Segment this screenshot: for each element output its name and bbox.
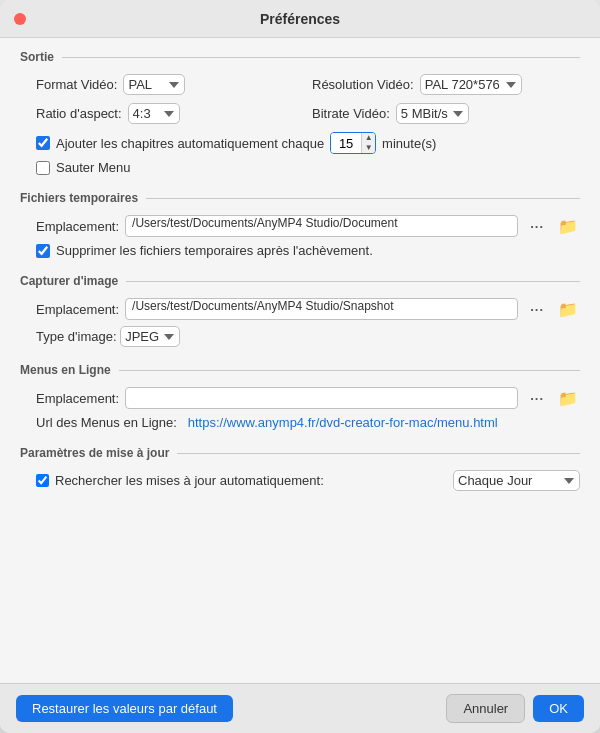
ratio-label: Ratio d'aspect: bbox=[36, 106, 122, 121]
section-updates-header: Paramètres de mise à jour bbox=[20, 446, 580, 460]
section-temp: Fichiers temporaires Emplacement: /Users… bbox=[20, 191, 580, 258]
section-online-menus: Menus en Ligne Emplacement: ··· 📁 Url de… bbox=[20, 363, 580, 430]
ratio-col: Ratio d'aspect: 4:3 16:9 bbox=[36, 103, 304, 124]
ratio-bitrate-row: Ratio d'aspect: 4:3 16:9 Bitrate Vidéo: … bbox=[20, 103, 580, 124]
url-row: Url des Menus en Ligne: https://www.anym… bbox=[20, 415, 580, 430]
section-capture-line bbox=[126, 281, 580, 282]
online-location-row: Emplacement: ··· 📁 bbox=[20, 387, 580, 409]
section-updates-title: Paramètres de mise à jour bbox=[20, 446, 169, 460]
auto-chapter-label: Ajouter les chapitres automatiquement ch… bbox=[56, 136, 324, 151]
image-type-label: Type d'image: bbox=[36, 329, 117, 344]
window-title: Préférences bbox=[260, 11, 340, 27]
section-temp-title: Fichiers temporaires bbox=[20, 191, 138, 205]
format-video-col: Format Vidéo: PAL NTSC bbox=[36, 74, 304, 95]
resolution-video-label: Résolution Vidéo: bbox=[312, 77, 414, 92]
online-location-field bbox=[125, 387, 518, 409]
online-folder-icon: 📁 bbox=[558, 389, 578, 408]
close-button[interactable] bbox=[14, 13, 26, 25]
section-sortie-title: Sortie bbox=[20, 50, 54, 64]
format-video-label: Format Vidéo: bbox=[36, 77, 117, 92]
auto-chapter-row: Ajouter les chapitres automatiquement ch… bbox=[20, 132, 580, 154]
bitrate-col: Bitrate Vidéo: 5 MBit/s 4 MBit/s 6 MBit/… bbox=[312, 103, 580, 124]
auto-update-checkbox[interactable] bbox=[36, 474, 49, 487]
ok-button[interactable]: OK bbox=[533, 695, 584, 722]
restore-defaults-button[interactable]: Restaurer les valeurs par défaut bbox=[16, 695, 233, 722]
capture-location-row: Emplacement: /Users/test/Documents/AnyMP… bbox=[20, 298, 580, 320]
section-temp-line bbox=[146, 198, 580, 199]
chapter-spinbox: ▲ ▼ bbox=[330, 132, 376, 154]
temp-location-field: /Users/test/Documents/AnyMP4 Studio/Docu… bbox=[125, 215, 518, 237]
section-temp-header: Fichiers temporaires bbox=[20, 191, 580, 205]
delete-temp-label: Supprimer les fichiers temporaires après… bbox=[56, 243, 373, 258]
footer: Restaurer les valeurs par défaut Annuler… bbox=[0, 683, 600, 733]
temp-ellipsis-button[interactable]: ··· bbox=[524, 217, 550, 236]
bitrate-select[interactable]: 5 MBit/s 4 MBit/s 6 MBit/s bbox=[396, 103, 469, 124]
cancel-button[interactable]: Annuler bbox=[446, 694, 525, 723]
spinbox-up-button[interactable]: ▲ bbox=[362, 133, 375, 143]
online-folder-button[interactable]: 📁 bbox=[556, 388, 580, 408]
section-online-header: Menus en Ligne bbox=[20, 363, 580, 377]
auto-chapter-unit: minute(s) bbox=[382, 136, 436, 151]
section-updates: Paramètres de mise à jour Rechercher les… bbox=[20, 446, 580, 491]
titlebar: Préférences bbox=[0, 0, 600, 38]
section-capture-header: Capturer d'image bbox=[20, 274, 580, 288]
update-frequency-select[interactable]: Chaque Jour Chaque Semaine Jamais bbox=[453, 470, 580, 491]
url-label: Url des Menus en Ligne: bbox=[36, 415, 177, 430]
ratio-select[interactable]: 4:3 16:9 bbox=[128, 103, 180, 124]
skip-menu-row: Sauter Menu bbox=[20, 160, 580, 175]
delete-temp-row: Supprimer les fichiers temporaires après… bbox=[20, 243, 580, 258]
spinbox-arrows: ▲ ▼ bbox=[361, 133, 375, 153]
spinbox-down-button[interactable]: ▼ bbox=[362, 143, 375, 153]
section-sortie-line bbox=[62, 57, 580, 58]
temp-folder-button[interactable]: 📁 bbox=[556, 216, 580, 236]
content-area: Sortie Format Vidéo: PAL NTSC Résolution… bbox=[0, 38, 600, 683]
section-sortie: Sortie Format Vidéo: PAL NTSC Résolution… bbox=[20, 50, 580, 175]
online-ellipsis-button[interactable]: ··· bbox=[524, 389, 550, 408]
capture-folder-icon: 📁 bbox=[558, 300, 578, 319]
resolution-video-select[interactable]: PAL 720*576 PAL 704*576 bbox=[420, 74, 522, 95]
capture-location-field: /Users/test/Documents/AnyMP4 Studio/Snap… bbox=[125, 298, 518, 320]
online-location-label: Emplacement: bbox=[36, 391, 119, 406]
capture-location-label: Emplacement: bbox=[36, 302, 119, 317]
format-resolution-row: Format Vidéo: PAL NTSC Résolution Vidéo:… bbox=[20, 74, 580, 95]
resolution-video-col: Résolution Vidéo: PAL 720*576 PAL 704*57… bbox=[312, 74, 580, 95]
auto-update-row: Rechercher les mises à jour automatiquem… bbox=[20, 470, 580, 491]
image-type-select[interactable]: JPEG PNG BMP bbox=[120, 326, 180, 347]
temp-location-label: Emplacement: bbox=[36, 219, 119, 234]
temp-folder-icon: 📁 bbox=[558, 217, 578, 236]
auto-chapter-checkbox[interactable] bbox=[36, 136, 50, 150]
section-capture-title: Capturer d'image bbox=[20, 274, 118, 288]
delete-temp-checkbox[interactable] bbox=[36, 244, 50, 258]
section-sortie-header: Sortie bbox=[20, 50, 580, 64]
section-capture: Capturer d'image Emplacement: /Users/tes… bbox=[20, 274, 580, 347]
url-link[interactable]: https://www.anymp4.fr/dvd-creator-for-ma… bbox=[188, 415, 498, 430]
format-video-select[interactable]: PAL NTSC bbox=[123, 74, 185, 95]
image-type-row: Type d'image: JPEG PNG BMP bbox=[20, 326, 580, 347]
chapter-spinbox-input[interactable] bbox=[331, 133, 361, 153]
auto-update-label: Rechercher les mises à jour automatiquem… bbox=[55, 473, 324, 488]
section-online-title: Menus en Ligne bbox=[20, 363, 111, 377]
capture-ellipsis-button[interactable]: ··· bbox=[524, 300, 550, 319]
bitrate-label: Bitrate Vidéo: bbox=[312, 106, 390, 121]
skip-menu-label: Sauter Menu bbox=[56, 160, 130, 175]
skip-menu-checkbox[interactable] bbox=[36, 161, 50, 175]
capture-folder-button[interactable]: 📁 bbox=[556, 299, 580, 319]
section-online-line bbox=[119, 370, 580, 371]
temp-location-row: Emplacement: /Users/test/Documents/AnyMP… bbox=[20, 215, 580, 237]
preferences-window: Préférences Sortie Format Vidéo: PAL NTS… bbox=[0, 0, 600, 733]
section-updates-line bbox=[177, 453, 580, 454]
